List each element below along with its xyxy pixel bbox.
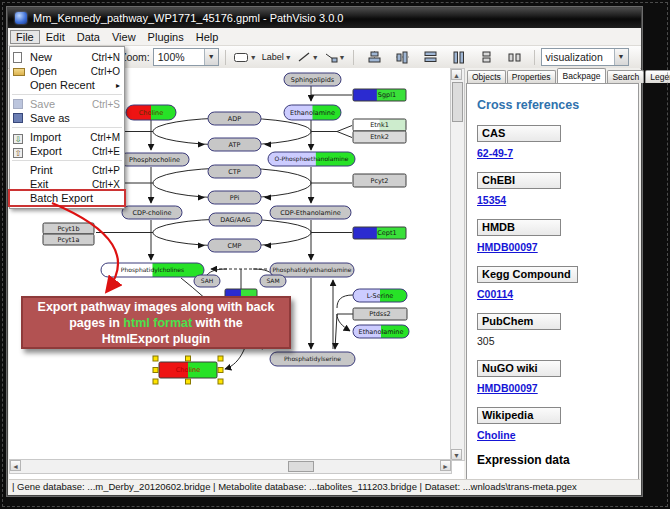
svg-text:Choline: Choline xyxy=(139,109,163,117)
align-horizontal-center-button[interactable] xyxy=(366,49,383,65)
file-menu-item-batch-export[interactable]: Batch Export xyxy=(10,191,124,205)
chevron-down-icon[interactable]: ▼ xyxy=(285,54,292,61)
stack-horizontal-button[interactable] xyxy=(506,49,523,65)
common-height-button[interactable] xyxy=(450,49,467,65)
file-menu-item-open-recent[interactable]: Open Recent▸ xyxy=(10,78,124,92)
selection-handle[interactable] xyxy=(153,368,158,373)
new-shape-button[interactable]: ▼ xyxy=(323,50,347,64)
file-menu-item-import[interactable]: ⇩ImportCtrl+M xyxy=(10,130,124,144)
node-phosphocholine[interactable]: Phosphocholine xyxy=(120,153,189,166)
node-ctp[interactable]: CTP xyxy=(208,165,261,178)
selection-handle[interactable] xyxy=(186,356,191,361)
cross-reference-link[interactable]: HMDB00097 xyxy=(477,382,628,394)
horizontal-scroll-thumb[interactable] xyxy=(288,461,314,472)
chevron-down-icon[interactable]: ▼ xyxy=(312,54,319,61)
tab-legend[interactable]: Legend xyxy=(645,70,670,83)
node-cmp[interactable]: CMP xyxy=(208,239,261,252)
tab-search[interactable]: Search xyxy=(607,70,644,83)
node-atp[interactable]: ATP xyxy=(208,138,261,151)
cross-reference-link[interactable]: Choline xyxy=(477,429,628,441)
node-ethanolamine-top[interactable]: Ethanolamine xyxy=(284,105,341,120)
tab-properties[interactable]: Properties xyxy=(507,70,556,83)
section-header: Kegg Compound xyxy=(477,266,578,283)
file-menu-item-open[interactable]: OpenCtrl+O xyxy=(10,64,124,78)
selection-handle[interactable] xyxy=(218,356,223,361)
node-o-phosphoethanolamine[interactable]: O-Phosphoethanolamine xyxy=(268,152,355,166)
menu-data[interactable]: Data xyxy=(71,30,106,44)
menu-edit[interactable]: Edit xyxy=(40,30,71,44)
menu-icon-placeholder xyxy=(13,80,28,91)
node-etnk2[interactable]: Etnk2 xyxy=(353,131,406,143)
new-datanode-button[interactable]: ▼ xyxy=(232,50,258,64)
selection-handle[interactable] xyxy=(218,379,223,384)
svg-text:Phosphocholine: Phosphocholine xyxy=(129,156,180,164)
node-pcyt2[interactable]: Pcyt2 xyxy=(353,174,406,187)
svg-text:DAG/AAG: DAG/AAG xyxy=(220,216,250,224)
align-vertical-center-button[interactable] xyxy=(394,49,411,65)
vertical-scroll-thumb[interactable] xyxy=(452,82,463,122)
scroll-left-icon[interactable]: ◄ xyxy=(10,460,21,471)
callout-line-1: Export pathway images along with back xyxy=(23,299,289,315)
stack-vertical-icon xyxy=(479,50,494,64)
side-panel-tabs: ObjectsPropertiesBackpageSearchLegend xyxy=(465,68,640,83)
node-ptdss2[interactable]: Ptdss2 xyxy=(353,308,407,320)
node-ethanolamine-bottom[interactable]: Ethanolamine xyxy=(353,325,409,338)
cross-reference-link[interactable]: C00114 xyxy=(477,288,628,300)
cross-reference-link[interactable]: 62-49-7 xyxy=(477,147,628,159)
node-pcyt1b[interactable]: Pcyt1b xyxy=(43,223,94,234)
new-line-button[interactable]: ▼ xyxy=(296,50,320,64)
file-menu-item-new[interactable]: NewCtrl+N xyxy=(10,50,124,64)
node-l-serine[interactable]: L-Serine xyxy=(353,289,407,302)
visualization-select[interactable]: visualization ▼ xyxy=(541,48,629,66)
node-cdp-choline[interactable]: CDP-choline xyxy=(122,206,182,219)
node-dag-aag[interactable]: DAG/AAG xyxy=(209,213,262,226)
node-sam[interactable]: SAM xyxy=(260,275,286,287)
node-pcyt1a[interactable]: Pcyt1a xyxy=(43,234,94,245)
menu-view[interactable]: View xyxy=(106,30,142,44)
selection-handle[interactable] xyxy=(218,368,223,373)
tab-backpage[interactable]: Backpage xyxy=(557,68,607,83)
chevron-down-icon[interactable]: ▼ xyxy=(614,49,628,65)
selection-handle[interactable] xyxy=(153,356,158,361)
node-sah[interactable]: SAH xyxy=(194,275,220,287)
file-menu-item-print[interactable]: PrintCtrl+P xyxy=(10,163,124,177)
node-sphingolipids[interactable]: Sphingolipids xyxy=(284,73,341,86)
stack-vertical-button[interactable] xyxy=(478,49,495,65)
tab-objects[interactable]: Objects xyxy=(467,70,506,83)
file-menu-item-export[interactable]: ⇧ExportCtrl+E xyxy=(10,144,124,158)
chevron-down-icon[interactable]: ▼ xyxy=(250,54,257,61)
node-cdp-ethanolamine[interactable]: CDP-Ethanolamine xyxy=(270,206,351,219)
node-phosphatidylserine[interactable]: Phosphatidylserine xyxy=(270,352,355,366)
menu-help[interactable]: Help xyxy=(190,30,225,44)
chevron-down-icon[interactable]: ▼ xyxy=(204,49,218,65)
cross-reference-link[interactable]: HMDB00097 xyxy=(477,241,628,253)
scroll-up-icon[interactable]: ▲ xyxy=(451,69,462,80)
menu-file[interactable]: File xyxy=(10,30,40,44)
node-choline-top[interactable]: Choline xyxy=(126,105,176,120)
zoom-select[interactable]: 100% ▼ xyxy=(153,48,219,66)
common-width-button[interactable] xyxy=(422,49,439,65)
file-menu-item-exit[interactable]: ExitCtrl+X xyxy=(10,177,124,191)
scroll-down-icon[interactable]: ▼ xyxy=(451,449,462,460)
file-menu-item-save[interactable]: SaveCtrl+S xyxy=(10,97,124,111)
node-phosphatidylcholines[interactable]: Phosphatidylcholines xyxy=(101,263,204,277)
file-menu-item-save-as[interactable]: Save as xyxy=(10,111,124,125)
selection-handle[interactable] xyxy=(153,379,158,384)
new-label-button[interactable]: Label ▼ xyxy=(261,51,293,63)
scroll-right-icon[interactable]: ► xyxy=(440,460,451,471)
node-ppi[interactable]: PPi xyxy=(208,191,261,204)
canvas-vertical-scrollbar[interactable]: ▲ ▼ xyxy=(450,68,465,461)
node-adp[interactable]: ADP xyxy=(208,112,261,125)
node-sgpl1[interactable]: Sgpl1 xyxy=(353,89,406,101)
menu-plugins[interactable]: Plugins xyxy=(142,30,190,44)
node-cept1[interactable]: Cept1 xyxy=(353,227,406,239)
node-choline-selected[interactable]: Choline xyxy=(153,356,223,384)
node-etnk1[interactable]: Etnk1 xyxy=(353,119,406,131)
node-phosphatidylethanolamine[interactable]: Phosphatidylethanolamine xyxy=(270,263,354,277)
canvas-horizontal-scrollbar[interactable]: ◄ ► xyxy=(9,459,452,474)
cross-reference-link[interactable]: 15354 xyxy=(477,194,628,206)
menu-icon-placeholder xyxy=(13,165,28,176)
selection-handle[interactable] xyxy=(186,379,191,384)
chevron-down-icon[interactable]: ▼ xyxy=(339,54,346,61)
title-bar[interactable]: Mm_Kennedy_pathway_WP1771_45176.gpml - P… xyxy=(8,8,641,28)
